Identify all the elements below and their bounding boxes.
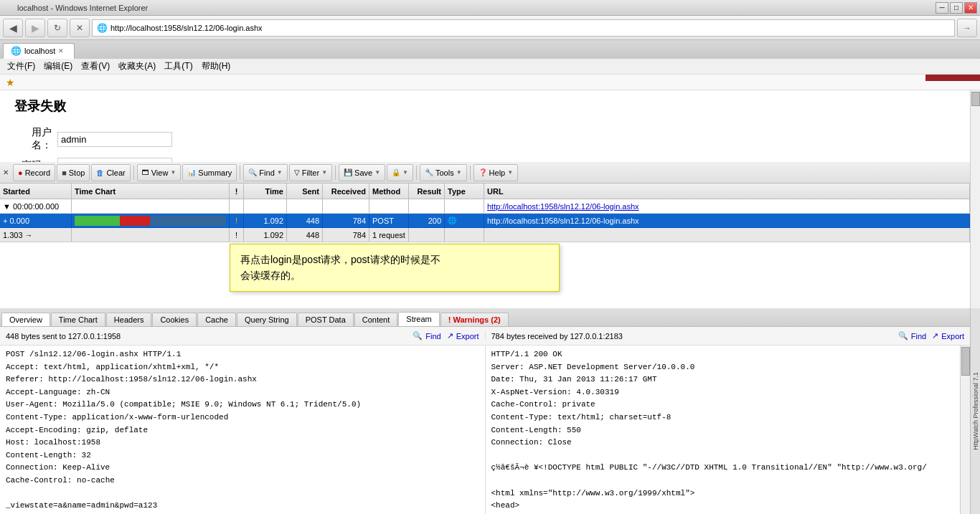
main-scrollbar[interactable] <box>970 90 980 308</box>
bottom-tabs-bar: Overview Time Chart Headers Cookies Cach… <box>0 308 970 327</box>
row3-time: 1.092 <box>244 228 287 242</box>
clear-icon: 🗑 <box>96 168 104 177</box>
httpwatch-toolbar: ✕ ● Record ■ Stop 🗑 Clear 🗔 View ▼ 📊 Sum… <box>0 162 970 184</box>
menu-file[interactable]: 文件(F) <box>3 59 39 74</box>
row2-bang: ! <box>230 214 244 227</box>
col-header-sent[interactable]: Sent <box>287 184 323 199</box>
col-header-bang[interactable]: ! <box>230 184 244 199</box>
col-header-timechart[interactable]: Time Chart <box>72 184 230 199</box>
row2-method: POST <box>369 214 409 227</box>
filter-dropdown-arrow: ▼ <box>321 169 327 176</box>
tab-postdata[interactable]: POST Data <box>298 313 354 326</box>
tab-cache[interactable]: Cache <box>197 313 236 326</box>
col-header-result[interactable]: Result <box>409 184 445 199</box>
username-label: 用户名： <box>14 126 57 152</box>
stop-nav-button[interactable]: ■ Stop <box>57 164 90 181</box>
export-icon-left: ↗ <box>447 331 453 341</box>
main-scrollbar-thumb[interactable] <box>971 92 980 106</box>
col-header-started[interactable]: Started <box>0 184 72 199</box>
bottom-subheader: 448 bytes sent to 127.0.0.1:1958 🔍 Find … <box>0 327 970 346</box>
tab-overview[interactable]: Overview <box>1 313 50 326</box>
row1-type <box>445 199 484 213</box>
left-export-button[interactable]: ↗ Export <box>447 331 479 341</box>
annotation-box: 再点击login是post请求，post请求的时候是不会读缓存的。 <box>230 244 560 292</box>
row3-bang: ! <box>230 228 244 242</box>
tab-cookies[interactable]: Cookies <box>152 313 197 326</box>
menu-edit[interactable]: 编辑(E) <box>39 59 77 74</box>
tools-button[interactable]: 🔧 Tools ▼ <box>420 164 467 181</box>
row3-received: 784 <box>323 228 369 242</box>
address-bar[interactable]: 🌐 <box>92 19 955 37</box>
view-icon: 🗔 <box>142 168 149 176</box>
row3-started: 1.303 → <box>0 228 72 242</box>
row-expand-icon[interactable]: ▼ <box>3 202 11 211</box>
tools-icon: 🔧 <box>425 168 433 176</box>
row3-result <box>409 228 445 242</box>
menu-tools[interactable]: 工具(T) <box>160 59 197 74</box>
row2-result: 200 <box>409 214 445 227</box>
maximize-button[interactable]: □ <box>950 2 963 14</box>
menu-favorites[interactable]: 收藏夹(A) <box>114 59 160 74</box>
go-button[interactable]: → <box>957 19 977 37</box>
ie-icon: 🌐 <box>11 46 22 56</box>
menu-help[interactable]: 帮助(H) <box>197 59 235 74</box>
row3-type <box>445 228 484 242</box>
left-subheader-area: 448 bytes sent to 127.0.0.1:1958 🔍 Find … <box>0 331 485 341</box>
tab-warnings[interactable]: ! Warnings (2) <box>440 313 509 326</box>
address-input[interactable] <box>110 24 950 32</box>
find-dropdown-arrow: ▼ <box>277 169 283 176</box>
tab-timechart[interactable]: Time Chart <box>51 313 105 326</box>
filter-button[interactable]: ▽ Filter ▼ <box>289 164 332 181</box>
row3-timechart <box>72 228 230 242</box>
row2-sent: 448 <box>287 214 323 227</box>
row2-received: 784 <box>323 214 369 227</box>
close-button[interactable]: ✕ <box>964 2 977 14</box>
row1-method <box>369 199 409 213</box>
browser-tab[interactable]: 🌐 localhost ✕ <box>3 43 75 59</box>
left-find-button[interactable]: 🔍 Find <box>413 331 440 341</box>
hw-sidebar-label: HttpWatch Professional 7.1 <box>970 308 980 514</box>
minimize-button[interactable]: ─ <box>936 2 948 14</box>
right-scrollbar-thumb[interactable] <box>961 347 970 376</box>
find-button[interactable]: 🔍 Find ▼ <box>243 164 287 181</box>
col-header-method[interactable]: Method <box>369 184 409 199</box>
right-pane-scrollbar[interactable] <box>960 346 970 514</box>
row1-result <box>409 199 445 213</box>
annotation-text: 再点击login是post请求，post请求的时候是不会读缓存的。 <box>240 254 440 281</box>
stop-button[interactable]: ✕ <box>70 19 90 37</box>
refresh-button[interactable]: ↻ <box>47 19 67 37</box>
tab-close-icon[interactable]: ✕ <box>58 47 64 54</box>
help-button[interactable]: ❓ Help ▼ <box>473 164 519 181</box>
forward-button[interactable]: ▶ <box>25 19 45 37</box>
tab-stream[interactable]: Stream <box>398 312 439 326</box>
username-input[interactable] <box>57 132 172 147</box>
hw-panel-close[interactable]: ✕ <box>3 168 9 176</box>
tab-content[interactable]: Content <box>354 313 398 326</box>
row3-sent: 448 <box>287 228 323 242</box>
tab-querystring[interactable]: Query String <box>237 313 297 326</box>
tab-headers[interactable]: Headers <box>106 313 152 326</box>
left-bytes-label: 448 bytes sent to 127.0.0.1:1958 <box>6 332 121 341</box>
view-button[interactable]: 🗔 View ▼ <box>137 164 182 181</box>
hw-grid-header: Started Time Chart ! Time Sent Received … <box>0 184 970 199</box>
grid-row-request[interactable]: + 0.000 ! 1.092 448 784 POST 200 🌐 http:… <box>0 214 970 228</box>
row1-url: http://localhost:1958/sln12.12/06-login.… <box>484 199 970 213</box>
lock-button[interactable]: 🔒 ▼ <box>387 164 413 181</box>
clear-button[interactable]: 🗑 Clear <box>91 164 130 181</box>
right-subheader-area: 784 bytes received by 127.0.0.1:2183 🔍 F… <box>485 331 971 341</box>
back-button[interactable]: ◀ <box>3 19 23 37</box>
col-header-url[interactable]: URL <box>484 184 970 199</box>
right-export-button[interactable]: ↗ Export <box>932 331 964 341</box>
row2-timechart <box>72 214 230 227</box>
row1-sent <box>287 199 323 213</box>
summary-button[interactable]: 📊 Summary <box>182 164 237 181</box>
menu-view[interactable]: 查看(V) <box>77 59 114 74</box>
col-header-time[interactable]: Time <box>244 184 287 199</box>
col-header-received[interactable]: Received <box>323 184 369 199</box>
row2-time: 1.092 <box>244 214 287 227</box>
record-button[interactable]: ● Record <box>13 164 55 181</box>
grid-row-group[interactable]: ▼ 00:00:00.000 http://localhost:1958/sln… <box>0 199 970 214</box>
save-button[interactable]: 💾 Save ▼ <box>339 164 385 181</box>
right-find-button[interactable]: 🔍 Find <box>898 331 926 341</box>
col-header-type[interactable]: Type <box>445 184 484 199</box>
